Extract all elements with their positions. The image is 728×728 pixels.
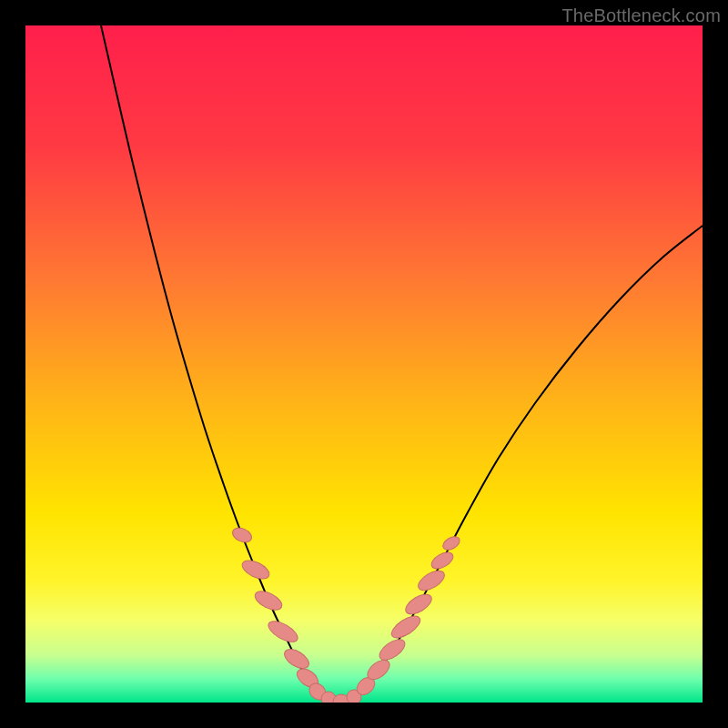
- chart-frame: [25, 25, 703, 703]
- gradient-background: [25, 25, 703, 703]
- watermark-text: TheBottleneck.com: [561, 5, 721, 26]
- bottleneck-plot: [25, 25, 703, 703]
